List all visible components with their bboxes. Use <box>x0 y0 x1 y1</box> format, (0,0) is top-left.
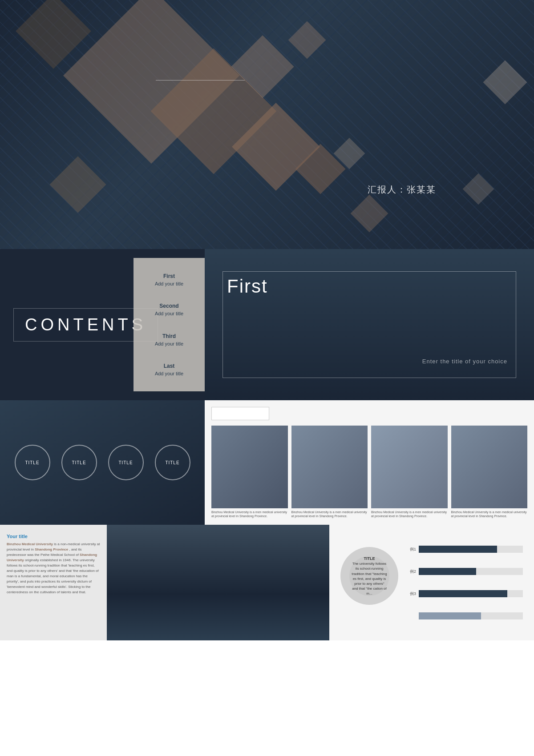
image-placeholder <box>371 426 448 508</box>
menu-item-sub: Add your title <box>155 370 183 378</box>
bar-chart: 例1 例2 例3 <box>407 534 523 631</box>
image-grid: Binzhou Medical University is a men medi… <box>211 426 527 518</box>
image-placeholder <box>211 426 288 508</box>
circles-panel: TITLE TITLE TITLE TITLE <box>0 400 205 525</box>
menu-item-num: Last <box>155 362 183 370</box>
image-caption: Binzhou Medical University is a men medi… <box>211 510 288 518</box>
circle-label: TITLE <box>72 460 86 465</box>
bar-fill <box>419 590 507 597</box>
bar-row-4 <box>407 612 523 619</box>
bar-label: 例1 <box>407 547 416 552</box>
menu-item-num: First <box>155 272 183 280</box>
presenter-name: 汇报人：张某某 <box>368 184 436 196</box>
image-item-3: Binzhou Medical University is a men medi… <box>371 426 448 518</box>
images-panel: Binzhou Medical University is a men medi… <box>205 400 534 525</box>
contents-menu: First Add your title Second Add your tit… <box>134 258 205 391</box>
chart-panel: TITLE The university follows its school-… <box>329 525 534 640</box>
bar-container <box>419 546 523 553</box>
slide2-row: CONTENTS First Add your title Second Add… <box>0 249 534 400</box>
title-circle-4: TITLE <box>155 445 190 480</box>
menu-item-sub: Add your title <box>155 340 183 348</box>
donut-inner: TITLE The university follows its school-… <box>349 556 389 596</box>
donut-body: The university follows its school-runnin… <box>352 561 387 596</box>
contents-label: CONTENTS <box>25 315 146 334</box>
text-highlight2: Shandong Province <box>35 547 68 551</box>
contents-panel: CONTENTS First Add your title Second Add… <box>0 249 205 400</box>
bar-fill <box>419 546 497 553</box>
first-title: First <box>227 276 268 297</box>
bar-fill <box>419 568 476 575</box>
menu-item-first[interactable]: First Add your title <box>155 272 183 288</box>
title-circle-3: TITLE <box>108 445 144 480</box>
bar-fill-light <box>419 612 481 619</box>
image-caption: Binzhou Medical University is a men medi… <box>371 510 448 518</box>
circle-label: TITLE <box>118 460 133 465</box>
text-title: Your title <box>7 534 100 539</box>
donut-chart: TITLE The university follows its school-… <box>340 547 398 605</box>
slide1-hero: 汇报人：张某某 <box>0 0 534 249</box>
city-image-panel <box>107 525 329 640</box>
title-circle-2: TITLE <box>61 445 97 480</box>
bar-label: 例3 <box>407 591 416 597</box>
menu-item-third[interactable]: Third Add your title <box>155 332 183 348</box>
text-body: Binzhou Medical University is a non-medi… <box>7 542 100 595</box>
menu-item-num: Third <box>155 332 183 340</box>
image-item-1: Binzhou Medical University is a men medi… <box>211 426 288 518</box>
text-content3: originally established in 1946. The univ… <box>7 558 99 594</box>
menu-item-second[interactable]: Second Add your title <box>155 302 183 318</box>
circle-label: TITLE <box>165 460 179 465</box>
text-panel: Your title Binzhou Medical University is… <box>0 525 107 640</box>
bar-label: 例2 <box>407 569 416 575</box>
menu-item-sub: Add your title <box>155 280 183 288</box>
bar-row-2: 例2 <box>407 568 523 575</box>
title-circle-1: TITLE <box>15 445 50 480</box>
image-item-4: Binzhou Medical University is a men medi… <box>451 426 528 518</box>
bar-container <box>419 590 523 597</box>
city-bg <box>107 525 329 640</box>
bar-container <box>419 612 523 619</box>
first-panel: First Enter the title of your choice <box>205 249 534 400</box>
decorative-line <box>156 80 245 80</box>
image-caption: Binzhou Medical University is a men medi… <box>291 510 368 518</box>
circle-label: TITLE <box>25 460 39 465</box>
menu-item-last[interactable]: Last Add your title <box>155 362 183 378</box>
image-placeholder <box>291 426 368 508</box>
title-input[interactable] <box>211 407 269 420</box>
bar-row-3: 例3 <box>407 590 523 597</box>
image-caption: Binzhou Medical University is a men medi… <box>451 510 528 518</box>
bar-row-1: 例1 <box>407 546 523 553</box>
first-subtitle: Enter the title of your choice <box>422 358 507 365</box>
bar-container <box>419 568 523 575</box>
slide3-row: TITLE TITLE TITLE TITLE Binzhou Medical … <box>0 400 534 525</box>
menu-item-sub: Add your title <box>155 310 183 318</box>
menu-item-num: Second <box>155 302 183 310</box>
image-item-2: Binzhou Medical University is a men medi… <box>291 426 368 518</box>
slide4-row: Your title Binzhou Medical University is… <box>0 525 534 640</box>
text-highlight: Binzhou Medical University <box>7 542 53 546</box>
donut-title: TITLE <box>364 556 375 562</box>
image-placeholder <box>451 426 528 508</box>
